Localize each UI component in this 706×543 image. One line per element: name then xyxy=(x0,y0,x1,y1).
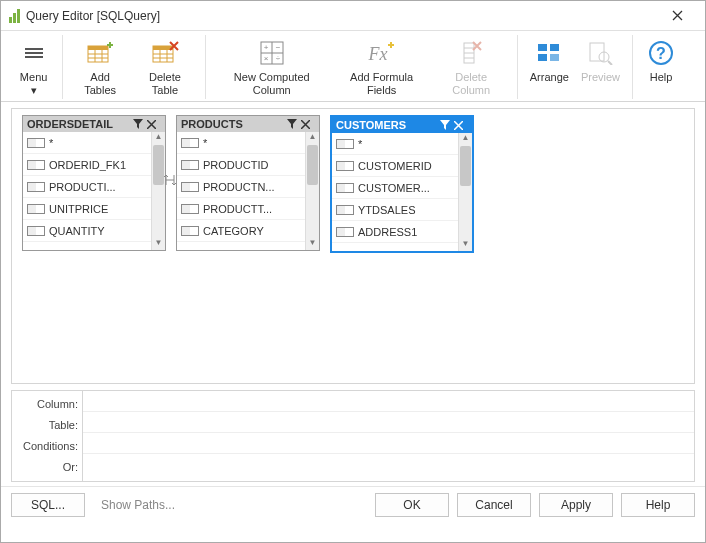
field-list[interactable]: *PRODUCTIDPRODUCTN...PRODUCTT...CATEGORY xyxy=(177,132,305,250)
menu-button[interactable]: Menu ▾ xyxy=(11,35,56,99)
field-checkbox[interactable] xyxy=(336,227,354,237)
field-row[interactable]: PRODUCTT... xyxy=(177,198,305,220)
field-row[interactable]: UNITPRICE xyxy=(23,198,151,220)
help-footer-button[interactable]: Help xyxy=(621,493,695,517)
delete-column-icon xyxy=(455,37,487,69)
delete-table-label: Delete Table xyxy=(137,71,193,97)
apply-button[interactable]: Apply xyxy=(539,493,613,517)
svg-text:Fx: Fx xyxy=(368,44,388,64)
arrange-button[interactable]: Arrange xyxy=(524,35,575,86)
add-formula-fields-button[interactable]: Fx Add Formula Fields xyxy=(332,35,432,99)
field-row[interactable]: PRODUCTN... xyxy=(177,176,305,198)
close-icon[interactable] xyxy=(454,121,468,130)
field-row[interactable]: CUSTOMER... xyxy=(332,177,458,199)
field-checkbox[interactable] xyxy=(27,226,45,236)
delete-column-label: Delete Column xyxy=(438,71,505,97)
ribbon-toolbar: Menu ▾ Add Tables Delete Table +−×÷ New … xyxy=(1,31,705,102)
field-name: YTDSALES xyxy=(358,204,454,216)
field-row[interactable]: YTDSALES xyxy=(332,199,458,221)
svg-rect-24 xyxy=(538,44,547,51)
grid-row-label: Conditions: xyxy=(16,435,78,456)
field-checkbox[interactable] xyxy=(27,138,45,148)
field-row[interactable]: * xyxy=(332,133,458,155)
field-checkbox[interactable] xyxy=(181,182,199,192)
hamburger-icon xyxy=(25,46,43,60)
field-row[interactable]: PRODUCTI... xyxy=(23,176,151,198)
scrollbar[interactable]: ▲▼ xyxy=(458,133,472,251)
svg-text:−: − xyxy=(275,43,280,52)
table-header[interactable]: PRODUCTS xyxy=(177,116,319,132)
field-row[interactable]: QUANTITY xyxy=(23,220,151,242)
close-icon[interactable] xyxy=(301,120,315,129)
new-computed-column-button[interactable]: +−×÷ New Computed Column xyxy=(212,35,332,99)
table-header[interactable]: ORDERSDETAIL xyxy=(23,116,165,132)
add-formula-fields-label: Add Formula Fields xyxy=(338,71,426,97)
field-row[interactable]: ORDERID_FK1 xyxy=(23,154,151,176)
help-button[interactable]: ? Help xyxy=(639,35,683,86)
field-name: CUSTOMERID xyxy=(358,160,454,172)
sql-button[interactable]: SQL... xyxy=(11,493,85,517)
field-checkbox[interactable] xyxy=(27,204,45,214)
svg-text:÷: ÷ xyxy=(276,54,281,63)
preview-button[interactable]: Preview xyxy=(575,35,626,86)
field-checkbox[interactable] xyxy=(181,226,199,236)
field-name: UNITPRICE xyxy=(49,203,147,215)
grid-row-label: Or: xyxy=(16,456,78,477)
field-name: ADDRESS1 xyxy=(358,226,454,238)
svg-text:+: + xyxy=(263,43,268,52)
criteria-grid-cells[interactable] xyxy=(82,391,694,481)
svg-text:×: × xyxy=(263,54,268,63)
field-checkbox[interactable] xyxy=(181,204,199,214)
bottom-bar: SQL... Show Paths... OK Cancel Apply Hel… xyxy=(1,486,705,523)
field-checkbox[interactable] xyxy=(336,161,354,171)
formula-fields-icon: Fx xyxy=(366,37,398,69)
filter-icon[interactable] xyxy=(287,119,301,129)
table-box[interactable]: CUSTOMERS*CUSTOMERIDCUSTOMER...YTDSALESA… xyxy=(330,115,474,253)
delete-column-button[interactable]: Delete Column xyxy=(432,35,511,99)
field-list[interactable]: *CUSTOMERIDCUSTOMER...YTDSALESADDRESS1 xyxy=(332,133,458,251)
field-checkbox[interactable] xyxy=(336,139,354,149)
close-icon[interactable] xyxy=(147,120,161,129)
table-box[interactable]: PRODUCTS*PRODUCTIDPRODUCTN...PRODUCTT...… xyxy=(176,115,320,251)
add-tables-button[interactable]: Add Tables xyxy=(69,35,131,99)
field-name: CATEGORY xyxy=(203,225,301,237)
field-checkbox[interactable] xyxy=(27,182,45,192)
field-row[interactable]: PRODUCTID xyxy=(177,154,305,176)
table-box[interactable]: ORDERSDETAIL*ORDERID_FK1PRODUCTI...UNITP… xyxy=(22,115,166,251)
table-header[interactable]: CUSTOMERS xyxy=(332,117,472,133)
scrollbar[interactable]: ▲▼ xyxy=(151,132,165,250)
cancel-button[interactable]: Cancel xyxy=(457,493,531,517)
filter-icon[interactable] xyxy=(440,120,454,130)
show-paths-button[interactable]: Show Paths... xyxy=(91,493,185,517)
query-canvas[interactable]: ORDERSDETAIL*ORDERID_FK1PRODUCTI...UNITP… xyxy=(11,108,695,384)
field-list[interactable]: *ORDERID_FK1PRODUCTI...UNITPRICEQUANTITY xyxy=(23,132,151,250)
field-row[interactable]: CATEGORY xyxy=(177,220,305,242)
field-checkbox[interactable] xyxy=(336,183,354,193)
preview-icon xyxy=(584,37,616,69)
window-close-button[interactable] xyxy=(657,2,697,30)
filter-icon[interactable] xyxy=(133,119,147,129)
delete-table-button[interactable]: Delete Table xyxy=(131,35,199,99)
field-name: ORDERID_FK1 xyxy=(49,159,147,171)
field-checkbox[interactable] xyxy=(181,160,199,170)
join-link[interactable] xyxy=(164,173,178,187)
field-name: PRODUCTN... xyxy=(203,181,301,193)
help-label: Help xyxy=(650,71,673,84)
grid-row-label: Table: xyxy=(16,414,78,435)
field-row[interactable]: * xyxy=(177,132,305,154)
add-tables-label: Add Tables xyxy=(75,71,125,97)
menu-label: Menu xyxy=(20,71,48,83)
svg-rect-1 xyxy=(88,46,108,50)
field-name: PRODUCTT... xyxy=(203,203,301,215)
new-computed-column-label: New Computed Column xyxy=(218,71,326,97)
field-checkbox[interactable] xyxy=(336,205,354,215)
scrollbar[interactable]: ▲▼ xyxy=(305,132,319,250)
field-row[interactable]: * xyxy=(23,132,151,154)
table-name: CUSTOMERS xyxy=(336,119,440,131)
field-name: * xyxy=(358,138,454,150)
ok-button[interactable]: OK xyxy=(375,493,449,517)
field-checkbox[interactable] xyxy=(181,138,199,148)
field-row[interactable]: CUSTOMERID xyxy=(332,155,458,177)
field-row[interactable]: ADDRESS1 xyxy=(332,221,458,243)
field-checkbox[interactable] xyxy=(27,160,45,170)
